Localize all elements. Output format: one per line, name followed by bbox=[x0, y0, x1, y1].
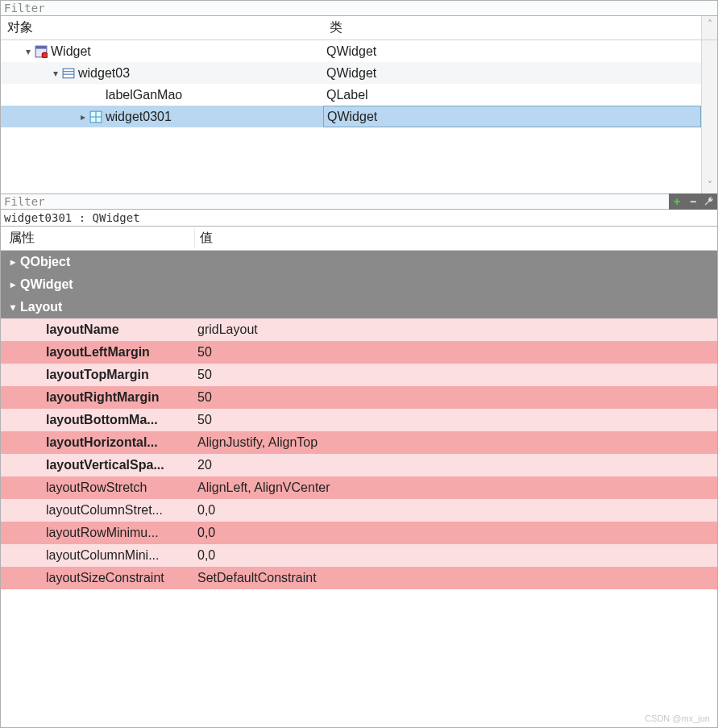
property-row[interactable]: layoutVerticalSpa...20 bbox=[1, 454, 717, 476]
chevron-right-icon: ▸ bbox=[6, 279, 20, 290]
tree-header-class[interactable]: 类 bbox=[323, 18, 701, 38]
watermark: CSDN @mx_jun bbox=[645, 713, 710, 723]
none-icon bbox=[89, 89, 102, 102]
tree-row[interactable]: ▸widget0301QWidget bbox=[1, 106, 701, 127]
property-value[interactable]: 50 bbox=[194, 345, 717, 360]
property-row[interactable]: layoutNamegridLayout bbox=[1, 318, 717, 341]
group-label: QWidget bbox=[20, 277, 73, 292]
tree-object-cell: ▾widget03 bbox=[7, 66, 323, 81]
property-row[interactable]: layoutLeftMargin50 bbox=[1, 341, 717, 364]
tree-scrollbar-track[interactable]: ˅ bbox=[701, 40, 717, 193]
tree-item-label: widget0301 bbox=[106, 110, 172, 124]
property-value[interactable]: SetDefaultConstraint bbox=[194, 571, 717, 585]
object-tree-filter[interactable]: Filter bbox=[0, 0, 718, 16]
property-value[interactable]: 0,0 bbox=[194, 503, 717, 518]
property-value[interactable]: AlignLeft, AlignVCenter bbox=[194, 480, 717, 495]
property-name: layoutSizeConstraint bbox=[1, 571, 194, 585]
group-qobject[interactable]: ▸ QObject bbox=[1, 251, 717, 273]
grid-icon bbox=[89, 110, 102, 123]
object-tree-panel: 对象 类 ˄ ▾WidgetQWidget▾widget03QWidgetlab… bbox=[0, 16, 718, 193]
tree-item-label: widget03 bbox=[78, 66, 130, 81]
property-header: 属性 值 bbox=[1, 227, 717, 251]
chevron-down-icon: ▾ bbox=[6, 302, 20, 313]
prop-filter-row: Filter + − bbox=[1, 193, 717, 210]
group-qwidget[interactable]: ▸ QWidget bbox=[1, 273, 717, 296]
wrench-button[interactable] bbox=[703, 195, 716, 208]
property-name: layoutRightMargin bbox=[1, 390, 194, 405]
property-value[interactable]: 0,0 bbox=[194, 548, 717, 563]
property-name: layoutColumnMini... bbox=[1, 548, 194, 563]
property-name: layoutVerticalSpa... bbox=[1, 458, 194, 472]
tree-row[interactable]: labelGanMaoQLabel bbox=[1, 84, 701, 106]
tree-header: 对象 类 ˄ bbox=[1, 16, 717, 40]
container-icon bbox=[62, 67, 75, 80]
svg-point-2 bbox=[42, 52, 48, 58]
tree-scrollbar[interactable]: ˄ bbox=[701, 16, 717, 40]
tree-row[interactable]: ▾WidgetQWidget bbox=[1, 40, 701, 62]
property-body: ▸ QObject ▸ QWidget ▾ Layout layoutNameg… bbox=[1, 251, 717, 727]
property-row[interactable]: layoutHorizontal...AlignJustify, AlignTo… bbox=[1, 431, 717, 454]
property-row[interactable]: layoutColumnStret...0,0 bbox=[1, 499, 717, 522]
group-layout[interactable]: ▾ Layout bbox=[1, 296, 717, 318]
tree-item-label: Widget bbox=[51, 44, 91, 59]
property-panel: Filter + − widget0301 : QWidget 属性 值 ▸ Q… bbox=[0, 193, 718, 728]
property-name: layoutLeftMargin bbox=[1, 345, 194, 360]
property-toolbar: + − bbox=[669, 193, 717, 210]
property-filter[interactable]: Filter bbox=[1, 193, 669, 210]
property-row[interactable]: layoutBottomMa...50 bbox=[1, 409, 717, 431]
property-value[interactable]: 50 bbox=[194, 390, 717, 405]
property-row[interactable]: layoutSizeConstraintSetDefaultConstraint bbox=[1, 567, 717, 589]
property-row[interactable]: layoutRowStretchAlignLeft, AlignVCenter bbox=[1, 476, 717, 499]
group-label: Layout bbox=[20, 300, 62, 314]
chevron-down-icon[interactable]: ▾ bbox=[22, 46, 35, 57]
selected-object-line: widget0301 : QWidget bbox=[1, 210, 717, 227]
property-header-value[interactable]: 值 bbox=[194, 228, 717, 248]
svg-rect-3 bbox=[63, 69, 74, 77]
chevron-right-icon: ▸ bbox=[6, 256, 20, 268]
widget-icon bbox=[35, 45, 48, 58]
property-name: layoutRowStretch bbox=[1, 480, 194, 495]
property-value[interactable]: gridLayout bbox=[194, 322, 717, 337]
remove-property-button[interactable]: − bbox=[687, 195, 699, 208]
property-name: layoutName bbox=[1, 322, 194, 337]
property-value[interactable]: 0,0 bbox=[194, 526, 717, 540]
chevron-right-icon[interactable]: ▸ bbox=[77, 111, 89, 123]
tree-class-cell: QLabel bbox=[323, 88, 701, 102]
property-name: layoutColumnStret... bbox=[1, 503, 194, 518]
tree-class-cell: QWidget bbox=[324, 110, 700, 124]
tree-header-object[interactable]: 对象 bbox=[1, 18, 323, 38]
property-name: layoutBottomMa... bbox=[1, 413, 194, 427]
svg-rect-1 bbox=[35, 46, 47, 48]
property-row[interactable]: layoutRightMargin50 bbox=[1, 386, 717, 409]
tree-class-cell: QWidget bbox=[323, 44, 701, 59]
property-name: layoutTopMargin bbox=[1, 368, 194, 382]
scroll-up-icon: ˄ bbox=[708, 19, 712, 29]
property-value[interactable]: 50 bbox=[194, 413, 717, 427]
add-property-button[interactable]: + bbox=[670, 195, 683, 208]
property-value[interactable]: AlignJustify, AlignTop bbox=[194, 435, 717, 450]
property-row[interactable]: layoutRowMinimu...0,0 bbox=[1, 522, 717, 544]
tree-class-cell: QWidget bbox=[323, 66, 701, 81]
tree-object-cell: ▸widget0301 bbox=[7, 110, 323, 124]
property-value[interactable]: 50 bbox=[194, 368, 717, 382]
tree-object-cell: labelGanMao bbox=[7, 88, 323, 102]
group-label: QObject bbox=[20, 255, 70, 269]
tree-row[interactable]: ▾widget03QWidget bbox=[1, 62, 701, 84]
tree-body: ▾WidgetQWidget▾widget03QWidgetlabelGanMa… bbox=[1, 40, 701, 193]
tree-object-cell: ▾Widget bbox=[7, 44, 323, 59]
property-row[interactable]: layoutColumnMini...0,0 bbox=[1, 544, 717, 567]
property-value[interactable]: 20 bbox=[194, 458, 717, 472]
chevron-down-icon[interactable]: ▾ bbox=[49, 68, 62, 79]
property-row[interactable]: layoutTopMargin50 bbox=[1, 364, 717, 386]
wrench-icon bbox=[703, 196, 715, 207]
property-header-name[interactable]: 属性 bbox=[1, 228, 194, 248]
scroll-down-icon: ˅ bbox=[708, 181, 712, 190]
property-name: layoutHorizontal... bbox=[1, 435, 194, 450]
tree-item-label: labelGanMao bbox=[106, 88, 182, 102]
property-name: layoutRowMinimu... bbox=[1, 526, 194, 540]
